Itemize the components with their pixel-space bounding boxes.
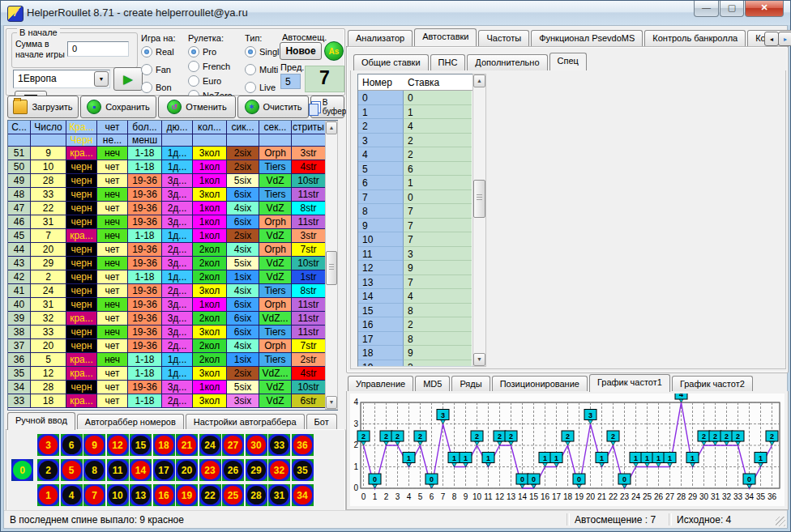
spins-row-51[interactable]: 519кра...неч1-181д...3кол2sixOrph3str <box>8 147 337 160</box>
number-button-13[interactable]: 13 <box>130 484 152 506</box>
main-tab-5[interactable]: Контроль банкролла <box>644 30 746 46</box>
spins-table-scrollbar[interactable]: ▲ ▼ <box>325 121 338 410</box>
number-button-29[interactable]: 29 <box>246 459 267 481</box>
bets-row-14[interactable]: 144 <box>358 289 473 304</box>
number-button-22[interactable]: 22 <box>199 484 221 506</box>
spins-row-50[interactable]: 5010чернчет1-181д...1кол2sixTiers4str <box>8 160 337 174</box>
spins-row-45[interactable]: 457кра...неч1-181д...1кол2sixVdZ3str <box>8 229 337 243</box>
bets-row-7[interactable]: 70 <box>358 190 473 205</box>
radio-icon[interactable] <box>245 82 256 93</box>
radio-icon[interactable] <box>245 64 256 75</box>
bets-row-5[interactable]: 56 <box>358 162 473 177</box>
radio-icon[interactable] <box>188 61 199 72</box>
spins-row-40[interactable]: 4031черннеч19-363д...1кол6sixOrph11str <box>8 298 337 312</box>
number-button-0[interactable]: 0 <box>11 459 33 481</box>
number-button-4[interactable]: 4 <box>61 484 83 506</box>
save-button[interactable]: ▪Сохранить <box>80 96 156 118</box>
radio-icon[interactable] <box>141 64 152 75</box>
column-header[interactable]: Ставка <box>404 74 472 90</box>
number-button-6[interactable]: 6 <box>61 434 83 456</box>
bets-row-6[interactable]: 61 <box>358 176 473 190</box>
dropdown-arrow-icon[interactable]: ▼ <box>94 71 109 87</box>
scrollbar-thumb[interactable] <box>326 251 337 285</box>
scrollbar-thumb[interactable] <box>473 180 485 218</box>
spins-row-35[interactable]: 3512кра...чет1-181д...3кол2sixVdZ...4str <box>8 367 337 381</box>
spins-row-38[interactable]: 3833черннеч19-363д...3кол6sixTiers11str <box>8 326 337 339</box>
radio-option-Euro[interactable]: Euro <box>188 75 233 87</box>
number-button-23[interactable]: 23 <box>199 459 221 481</box>
spins-row-46[interactable]: 4631черннеч19-363д...1кол6sixOrph11str <box>8 215 337 229</box>
radio-option-Fan[interactable]: Fan <box>141 64 175 75</box>
preset-select[interactable]: 1Европа ▼ <box>13 70 110 88</box>
minimize-button[interactable]: — <box>694 1 719 17</box>
input-tab-1[interactable]: Ручной ввод <box>7 412 75 430</box>
chart-tab-6[interactable]: График частот2 <box>672 376 753 392</box>
bets-tab-4[interactable]: Спец <box>549 53 587 70</box>
number-button-24[interactable]: 24 <box>199 434 221 456</box>
spins-row-33[interactable]: 3318кра...чет1-182д...3кол3sixVdZ6str <box>8 394 337 408</box>
bets-row-9[interactable]: 97 <box>358 219 473 233</box>
number-button-11[interactable]: 11 <box>107 459 129 481</box>
main-tab-3[interactable]: Частоты <box>478 30 529 46</box>
main-tab-2[interactable]: Автоставки <box>414 28 477 46</box>
bets-row-18[interactable]: 189 <box>358 346 473 360</box>
number-button-21[interactable]: 21 <box>176 434 198 456</box>
number-button-14[interactable]: 14 <box>130 459 152 481</box>
autoshift-icon[interactable]: As <box>324 41 344 61</box>
bets-row-8[interactable]: 87 <box>358 204 473 219</box>
number-button-8[interactable]: 8 <box>83 459 105 481</box>
spins-row-37[interactable]: 3720чернчет19-362д...2кол4sixOrph7str <box>8 339 337 353</box>
chart-tab-4[interactable]: Позиционирование <box>492 376 588 392</box>
scroll-down-icon[interactable]: ▼ <box>326 396 337 409</box>
number-button-35[interactable]: 35 <box>292 459 314 481</box>
radio-option-Real[interactable]: Real <box>141 46 175 57</box>
number-button-16[interactable]: 16 <box>153 484 175 506</box>
scroll-down-icon[interactable]: ▼ <box>473 353 485 366</box>
bets-row-17[interactable]: 178 <box>358 332 473 347</box>
scroll-up-icon[interactable]: ▲ <box>326 121 337 134</box>
bets-row-10[interactable]: 107 <box>358 232 473 247</box>
title-bar[interactable]: 7 HelperRoullet 8.71 - create helperroul… <box>1 1 790 25</box>
number-button-31[interactable]: 31 <box>268 484 290 506</box>
bets-row-19[interactable]: 193 <box>358 360 473 368</box>
number-button-1[interactable]: 1 <box>37 484 59 506</box>
bets-tab-3[interactable]: Дополнительно <box>467 54 547 70</box>
bets-row-15[interactable]: 158 <box>358 304 473 318</box>
radio-option-Pro[interactable]: Pro <box>188 46 233 57</box>
main-tab-4[interactable]: Функционал PsevdoMS <box>531 30 643 46</box>
number-button-15[interactable]: 15 <box>130 434 152 456</box>
main-tab-1[interactable]: Анализатор <box>348 30 413 46</box>
open-folder-button[interactable]: Загрузить <box>7 96 79 118</box>
spins-row-42[interactable]: 422чернчет1-181д...2кол1sixVdZ1str <box>8 270 337 284</box>
spins-row-34[interactable]: 3428чернчет19-363д...1кол5sixVdZ10str <box>8 381 337 394</box>
radio-option-Live[interactable]: Live <box>245 82 279 93</box>
radio-icon[interactable] <box>188 46 199 57</box>
undo-button[interactable]: ↺Отменить <box>158 96 236 118</box>
bets-row-12[interactable]: 129 <box>358 261 473 275</box>
play-button[interactable]: ▶ <box>113 67 143 91</box>
spins-row-43[interactable]: 4329черннеч19-363д...2кол5sixVdZ10str <box>8 257 337 270</box>
number-button-27[interactable]: 27 <box>222 434 244 456</box>
chart-tab-1[interactable]: Управление <box>348 376 413 392</box>
bets-row-13[interactable]: 137 <box>358 275 473 290</box>
bets-row-0[interactable]: 00 <box>358 91 473 105</box>
number-button-19[interactable]: 19 <box>176 484 198 506</box>
spins-row-41[interactable]: 4124чернчет19-362д...3кол4sixTiers8str <box>8 284 337 298</box>
spins-row-39[interactable]: 3932кра...чет19-363д...2кол6sixVdZ...11s… <box>8 312 337 326</box>
spins-row-47[interactable]: 4722чернчет19-362д...1кол4sixVdZ8str <box>8 202 337 215</box>
number-button-2[interactable]: 2 <box>37 459 59 481</box>
number-button-28[interactable]: 28 <box>246 484 267 506</box>
spins-row-48[interactable]: 4833черннеч19-363д...3кол6sixTiers11str <box>8 188 337 202</box>
input-tab-3[interactable]: Настройки автограббера <box>186 414 305 430</box>
maximize-button[interactable]: ▢ <box>720 1 744 17</box>
input-tab-4[interactable]: Бот <box>306 414 337 430</box>
column-header[interactable]: Номер <box>358 74 404 90</box>
tab-scroll-right-icon[interactable]: ▸ <box>778 32 791 46</box>
number-button-36[interactable]: 36 <box>292 434 314 456</box>
bets-row-3[interactable]: 32 <box>358 134 473 148</box>
bets-row-4[interactable]: 42 <box>358 147 473 162</box>
bets-row-16[interactable]: 162 <box>358 317 473 332</box>
spins-row-36[interactable]: 365кра...неч1-181д...2кол1sixTiers2str <box>8 353 337 367</box>
bets-tab-1[interactable]: Общие ставки <box>353 54 429 70</box>
chart-tab-3[interactable]: Ряды <box>451 376 490 392</box>
